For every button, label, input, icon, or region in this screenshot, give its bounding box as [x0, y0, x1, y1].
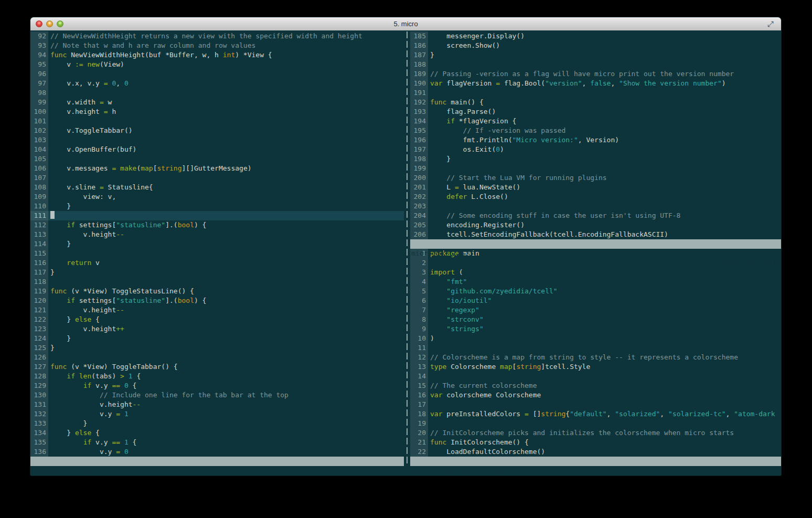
code-line[interactable]: 107	[30, 173, 404, 183]
code-line[interactable]: 7 "regexp"	[410, 305, 781, 315]
code-line[interactable]: 185 messenger.Display()	[410, 31, 781, 41]
code-line[interactable]: 106 v.messages = make(map[string][]Gutte…	[30, 164, 404, 173]
code-line[interactable]: 205 encoding.Register()	[410, 220, 781, 230]
code-line[interactable]: 17	[410, 400, 781, 409]
code-line[interactable]: 3import (	[410, 268, 781, 277]
code-line[interactable]: 186 screen.Show()	[410, 41, 781, 50]
code-line[interactable]: 112 if settings["statusline"].(bool) {	[30, 220, 404, 230]
code-line[interactable]: 133 }	[30, 419, 404, 428]
code-line[interactable]: 127func (v *View) ToggleTabbar() {	[30, 362, 404, 372]
code-line[interactable]: 6 "io/ioutil"	[410, 296, 781, 305]
code-line[interactable]: 123 v.height++	[30, 324, 404, 334]
code-line[interactable]: 110 }	[30, 202, 404, 211]
syntax-tx: }	[50, 334, 71, 342]
code-line[interactable]: 95 v := new(View)	[30, 60, 404, 69]
code-line[interactable]: 122 } else {	[30, 315, 404, 324]
syntax-tx: {	[129, 382, 137, 389]
code-line[interactable]: 98	[30, 88, 404, 98]
code-line[interactable]: 124 }	[30, 334, 404, 343]
code-line[interactable]: 105	[30, 154, 404, 164]
code-line[interactable]: 114 }	[30, 239, 404, 249]
text-cursor	[50, 211, 55, 219]
code-text	[48, 278, 50, 286]
code-line[interactable]: 192func main() {	[410, 98, 781, 107]
code-line[interactable]: 93// Note that w and h are raw column an…	[30, 41, 404, 50]
code-line[interactable]: 195 // If -version was passed	[410, 126, 781, 135]
code-line[interactable]: 19	[410, 419, 781, 428]
code-line[interactable]: 203	[410, 202, 781, 211]
code-line[interactable]: 115	[30, 249, 404, 258]
code-line[interactable]: 12// Colorscheme is a map from string to…	[410, 353, 781, 362]
code-line[interactable]: 15// The current colorscheme	[410, 381, 781, 390]
code-line[interactable]: 125}	[30, 343, 404, 353]
code-line[interactable]: 206 tcell.SetEncodingFallback(tcell.Enco…	[410, 230, 781, 239]
code-line[interactable]: 101	[30, 117, 404, 126]
code-line[interactable]: 97 v.x, v.y = 0, 0	[30, 79, 404, 88]
code-line[interactable]: 129 if v.y == 0 {	[30, 381, 404, 390]
code-line[interactable]: 111	[30, 211, 404, 220]
code-line[interactable]: 20// InitColorscheme picks and initializ…	[410, 428, 781, 438]
code-line[interactable]: 120 if settings["statusline"].(bool) {	[30, 296, 404, 305]
code-text: // Start the Lua VM for running plugins	[428, 174, 607, 182]
code-line[interactable]: 21func InitColorscheme() {	[410, 438, 781, 447]
code-line[interactable]: 130 // Include one line for the tab bar …	[30, 390, 404, 400]
code-line[interactable]: 13type Colorscheme map[string]tcell.Styl…	[410, 362, 781, 372]
code-line[interactable]: 113 v.height--	[30, 230, 404, 239]
code-line[interactable]: 100 v.height = h	[30, 107, 404, 117]
code-line[interactable]: 189// Passing -version as a flag will ha…	[410, 69, 781, 79]
code-line[interactable]: 9 "strings"	[410, 324, 781, 334]
code-line[interactable]: 197 os.Exit(0)	[410, 145, 781, 154]
resize-icon[interactable]: ⤢	[767, 18, 774, 30]
code-line[interactable]: 102 v.ToggleTabbar()	[30, 126, 404, 135]
code-line[interactable]: 11	[410, 343, 781, 353]
code-line[interactable]: 116 return v	[30, 258, 404, 268]
code-line[interactable]: 94func NewViewWidthHeight(buf *Buffer, w…	[30, 50, 404, 60]
code-line[interactable]: 128 if len(tabs) > 1 {	[30, 372, 404, 381]
code-line[interactable]: 131 v.height--	[30, 400, 404, 409]
code-line[interactable]: 204 // Some encoding stuff in case the u…	[410, 211, 781, 220]
code-line[interactable]: 109 view: v,	[30, 192, 404, 202]
code-line[interactable]: 14	[410, 372, 781, 381]
split-divider[interactable]	[404, 30, 410, 466]
code-line[interactable]: 202 defer L.Close()	[410, 192, 781, 202]
code-line[interactable]: 104 v.OpenBuffer(buf)	[30, 145, 404, 154]
code-line[interactable]: 121 v.height--	[30, 305, 404, 315]
code-line[interactable]: 8 "strconv"	[410, 315, 781, 324]
syntax-tx: colorscheme Colorscheme	[442, 391, 541, 399]
pane-view-go[interactable]: 92// NewViewWidthHeight returns a new vi…	[30, 30, 404, 458]
code-line[interactable]: 22 LoadDefaultColorscheme()	[410, 447, 781, 457]
code-line[interactable]: 16var colorscheme Colorscheme	[410, 390, 781, 400]
code-line[interactable]: 117}	[30, 268, 404, 277]
code-line[interactable]: 108 v.sline = Statusline{	[30, 183, 404, 192]
pane-micro-go[interactable]: 185 messenger.Display()186 screen.Show()…	[410, 30, 781, 240]
code-line[interactable]: 190var flagVersion = flag.Bool("version"…	[410, 79, 781, 88]
code-line[interactable]: 188	[410, 60, 781, 69]
code-line[interactable]: 18var preInstalledColors = []string{"def…	[410, 409, 781, 419]
code-line[interactable]: 194 if *flagVersion {	[410, 117, 781, 126]
code-line[interactable]: 191	[410, 88, 781, 98]
code-line[interactable]: 199	[410, 164, 781, 173]
code-line[interactable]: 119func (v *View) ToggleStatusLine() {	[30, 287, 404, 296]
code-line[interactable]: 135 if v.y == 1 {	[30, 438, 404, 447]
code-line[interactable]: 5 "github.com/zyedidia/tcell"	[410, 287, 781, 296]
code-line[interactable]: 187}	[410, 50, 781, 60]
code-line[interactable]: 200 // Start the Lua VM for running plug…	[410, 173, 781, 183]
code-text: }	[48, 344, 55, 352]
code-line[interactable]: 99 v.width = w	[30, 98, 404, 107]
code-line[interactable]: 4 "fmt"	[410, 277, 781, 287]
code-line[interactable]: 193 flag.Parse()	[410, 107, 781, 117]
code-line[interactable]: 201 L = lua.NewState()	[410, 183, 781, 192]
code-line[interactable]: 132 v.y = 1	[30, 409, 404, 419]
code-line[interactable]: 198 }	[410, 154, 781, 164]
code-line[interactable]: 103	[30, 135, 404, 145]
code-line[interactable]: 118	[30, 277, 404, 287]
code-line[interactable]: 10)	[410, 334, 781, 343]
code-line[interactable]: 126	[30, 353, 404, 362]
title-bar[interactable]: 5. micro ⤢	[30, 17, 781, 31]
code-line[interactable]: 196 fmt.Println("Micro version:", Versio…	[410, 135, 781, 145]
code-line[interactable]: 134 } else {	[30, 428, 404, 438]
pane-colorscheme-go[interactable]: 1package main23import (4 "fmt"5 "github.…	[410, 249, 781, 457]
code-line[interactable]: 136 v.y = 0	[30, 447, 404, 457]
code-line[interactable]: 96	[30, 69, 404, 79]
code-line[interactable]: 92// NewViewWidthHeight returns a new vi…	[30, 31, 404, 41]
